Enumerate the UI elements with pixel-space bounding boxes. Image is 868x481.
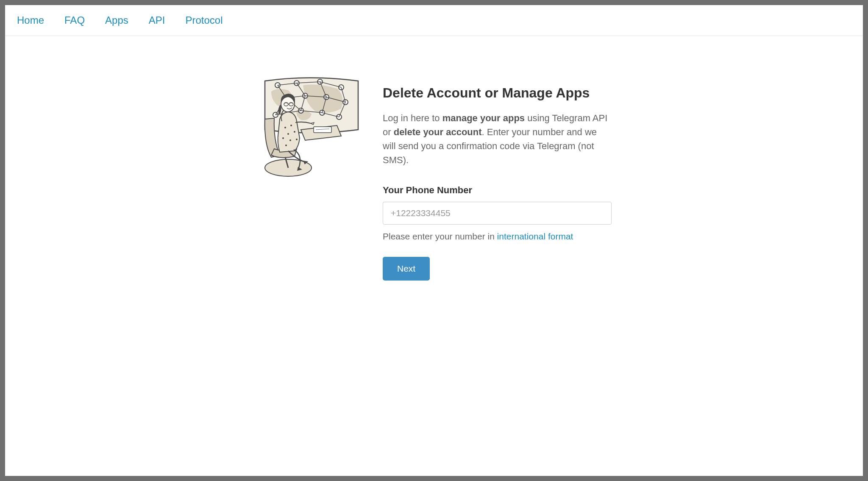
helper-text-part: Please enter your number in <box>383 231 497 241</box>
nav-home[interactable]: Home <box>17 14 44 26</box>
illustration <box>256 70 362 476</box>
nav-protocol[interactable]: Protocol <box>185 14 223 26</box>
top-nav: Home FAQ Apps API Protocol <box>5 5 863 36</box>
desc-bold-1: manage your apps <box>442 113 525 123</box>
main-content: Delete Account or Manage Apps Log in her… <box>5 36 863 476</box>
page-description: Log in here to manage your apps using Te… <box>383 111 612 167</box>
nav-apps[interactable]: Apps <box>105 14 128 26</box>
telegram-illustration-icon <box>256 72 362 178</box>
nav-faq[interactable]: FAQ <box>64 14 85 26</box>
svg-point-41 <box>285 145 287 146</box>
phone-helper-text: Please enter your number in internationa… <box>383 231 612 242</box>
desc-text-1: Log in here to <box>383 113 442 123</box>
desc-bold-2: delete your account <box>394 127 482 137</box>
svg-point-38 <box>282 137 284 139</box>
phone-input[interactable] <box>383 202 612 225</box>
phone-label: Your Phone Number <box>383 185 612 196</box>
svg-point-34 <box>284 127 286 128</box>
form-section: Delete Account or Manage Apps Log in her… <box>383 70 612 476</box>
international-format-link[interactable]: international format <box>497 231 573 241</box>
svg-point-37 <box>294 131 295 133</box>
svg-point-36 <box>287 133 289 135</box>
svg-point-35 <box>290 125 292 126</box>
svg-point-40 <box>296 139 298 140</box>
nav-api[interactable]: API <box>149 14 165 26</box>
next-button[interactable]: Next <box>383 257 430 281</box>
svg-point-39 <box>289 139 291 141</box>
page-title: Delete Account or Manage Apps <box>383 85 612 101</box>
